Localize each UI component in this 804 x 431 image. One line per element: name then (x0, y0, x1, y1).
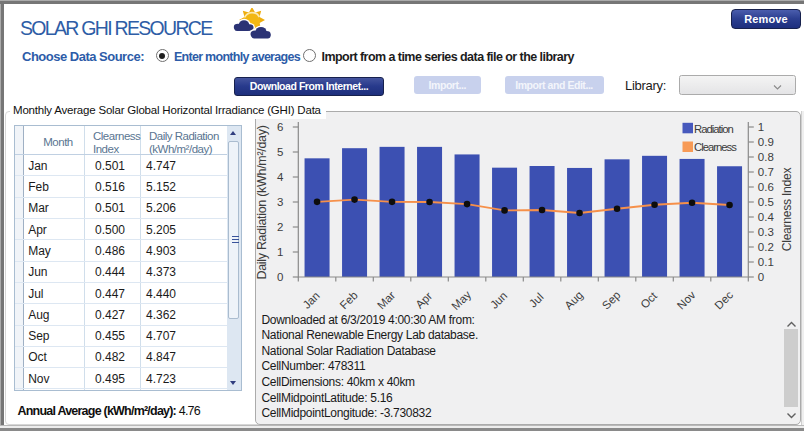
svg-text:Daily Radiation (kWh/m²/day): Daily Radiation (kWh/m²/day) (256, 125, 269, 279)
svg-text:Radiation: Radiation (694, 123, 733, 135)
svg-text:Aug: Aug (562, 289, 585, 312)
svg-text:Clearness: Clearness (694, 141, 737, 153)
svg-text:Oct: Oct (638, 289, 660, 311)
svg-text:Jul: Jul (527, 291, 546, 310)
svg-text:0.5: 0.5 (758, 196, 774, 208)
svg-text:0.6: 0.6 (758, 181, 774, 193)
svg-text:Nov: Nov (675, 289, 698, 312)
svg-text:Apr: Apr (413, 289, 434, 310)
svg-text:4: 4 (277, 171, 284, 183)
svg-text:6: 6 (277, 121, 283, 133)
svg-text:1: 1 (758, 121, 764, 133)
svg-text:0.1: 0.1 (758, 256, 774, 268)
svg-text:0.2: 0.2 (758, 241, 774, 253)
svg-text:0.7: 0.7 (758, 166, 774, 178)
svg-text:Dec: Dec (712, 289, 735, 312)
svg-text:0: 0 (277, 271, 283, 283)
svg-text:0: 0 (758, 271, 764, 283)
svg-text:Jan: Jan (300, 289, 322, 311)
svg-text:Feb: Feb (337, 289, 360, 312)
svg-text:2: 2 (277, 221, 283, 233)
svg-text:Mar: Mar (375, 289, 398, 312)
svg-text:0.9: 0.9 (758, 136, 774, 148)
svg-text:May: May (449, 288, 473, 312)
svg-text:1: 1 (277, 246, 283, 258)
svg-text:5: 5 (277, 146, 283, 158)
svg-text:Jun: Jun (488, 289, 510, 311)
svg-text:0.3: 0.3 (758, 226, 774, 238)
svg-text:0.4: 0.4 (758, 211, 775, 223)
svg-text:0.8: 0.8 (758, 151, 774, 163)
svg-text:Sep: Sep (600, 289, 623, 312)
svg-text:Clearness Index: Clearness Index (780, 168, 794, 252)
svg-text:3: 3 (277, 196, 283, 208)
